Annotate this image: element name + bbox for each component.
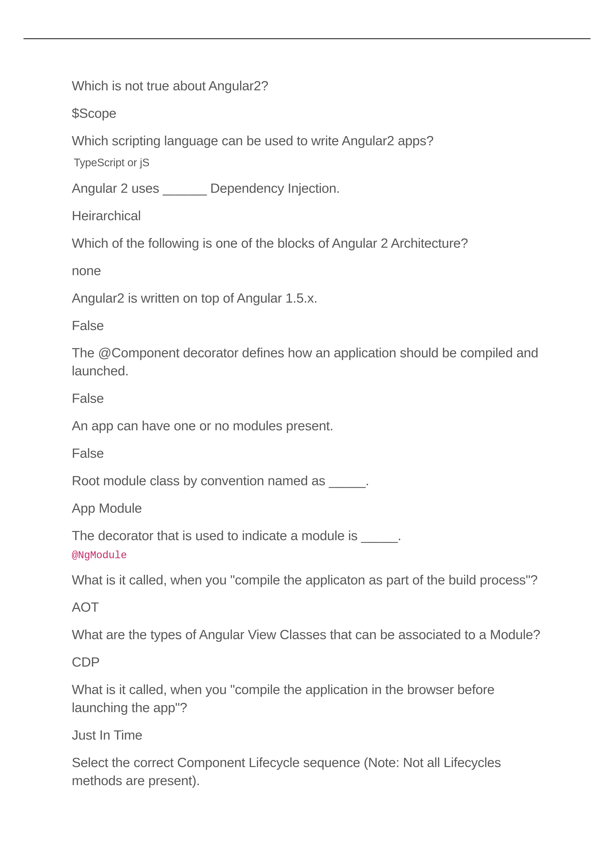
- question-text: The decorator that is used to indicate a…: [72, 527, 542, 545]
- question-text: The @Component decorator defines how an …: [72, 344, 542, 380]
- answer-text: False: [72, 316, 542, 335]
- qa-item: Angular2 is written on top of Angular 1.…: [72, 289, 542, 335]
- qa-item: Which scripting language can be used to …: [72, 132, 542, 170]
- question-text: What is it called, when you "compile the…: [72, 571, 542, 589]
- qa-item: An app can have one or no modules presen…: [72, 417, 542, 462]
- question-text: Angular2 is written on top of Angular 1.…: [72, 289, 542, 307]
- answer-text: False: [72, 444, 542, 462]
- question-text: Angular 2 uses ______ Dependency Injecti…: [72, 179, 542, 197]
- answer-text: CDP: [72, 653, 542, 671]
- answer-text: Heirarchical: [72, 207, 542, 225]
- qa-item: Root module class by convention named as…: [72, 471, 542, 517]
- qa-item: What are the types of Angular View Class…: [72, 626, 542, 671]
- question-text: An app can have one or no modules presen…: [72, 417, 542, 435]
- qa-item: What is it called, when you "compile the…: [72, 680, 542, 744]
- answer-text: False: [72, 389, 542, 407]
- qa-item: Which is not true about Angular2? $Scope: [72, 77, 542, 122]
- question-text: Which of the following is one of the blo…: [72, 234, 542, 252]
- page-top-border: [23, 38, 591, 39]
- qa-item: What is it called, when you "compile the…: [72, 571, 542, 616]
- question-text: Select the correct Component Lifecycle s…: [72, 753, 542, 790]
- answer-text: AOT: [72, 598, 542, 616]
- qa-item: Angular 2 uses ______ Dependency Injecti…: [72, 179, 542, 225]
- question-text: Which scripting language can be used to …: [72, 132, 542, 150]
- qa-item: Select the correct Component Lifecycle s…: [72, 753, 542, 790]
- question-text: Which is not true about Angular2?: [72, 77, 542, 95]
- content-area: Which is not true about Angular2? $Scope…: [72, 77, 542, 799]
- answer-text: Just In Time: [72, 726, 542, 744]
- question-text: What are the types of Angular View Class…: [72, 626, 542, 643]
- qa-item: The @Component decorator defines how an …: [72, 344, 542, 407]
- answer-text: App Module: [72, 499, 542, 517]
- answer-text: none: [72, 262, 542, 280]
- question-text: What is it called, when you "compile the…: [72, 680, 542, 716]
- qa-item: Which of the following is one of the blo…: [72, 234, 542, 280]
- question-text: Root module class by convention named as…: [72, 471, 542, 490]
- answer-text: TypeScript or jS: [74, 155, 542, 170]
- qa-item: The decorator that is used to indicate a…: [72, 527, 542, 561]
- answer-text: @NgModule: [72, 550, 542, 561]
- answer-text: $Scope: [72, 104, 542, 122]
